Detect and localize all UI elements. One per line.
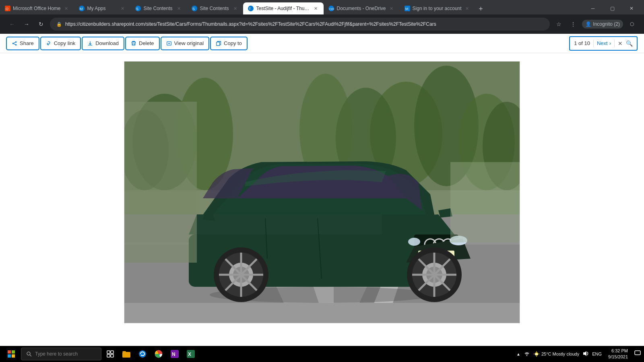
weather-widget[interactable]: 25°C Mostly cloudy	[533, 351, 579, 357]
svg-point-14	[15, 41, 17, 43]
edge-taskbar-button[interactable]	[135, 347, 150, 361]
svg-text:M: M	[405, 7, 409, 11]
tab-site-contents-1[interactable]: S Site Contents ✕	[130, 2, 187, 14]
notification-icon	[634, 350, 641, 357]
svg-text:N: N	[172, 352, 175, 357]
tab-close-4[interactable]: ✕	[232, 5, 238, 12]
copy-link-button[interactable]: Copy link	[41, 37, 80, 50]
copy-link-icon	[46, 41, 52, 46]
onenote-icon: N	[171, 350, 179, 358]
close-window-button[interactable]: ✕	[622, 2, 641, 14]
show-hidden-icons-button[interactable]: ▲	[516, 352, 520, 356]
lock-icon: 🔒	[56, 22, 62, 27]
tab-site-contents-2[interactable]: S Site Contents ✕	[187, 2, 243, 14]
svg-point-48	[408, 238, 420, 246]
taskbar-search[interactable]: Type here to search	[21, 348, 101, 360]
tab-close-5[interactable]: ✕	[312, 5, 319, 12]
search-button[interactable]: 🔍	[626, 40, 633, 47]
next-label: Next	[597, 40, 608, 46]
volume-button[interactable]	[582, 350, 589, 358]
bookmark-button[interactable]: ☆	[553, 19, 564, 30]
reload-button[interactable]: ↻	[35, 19, 47, 30]
tab-favicon-4: S	[192, 6, 197, 11]
network-icon[interactable]	[524, 350, 530, 358]
tab-title-3: Site Contents	[143, 6, 173, 11]
time-display: 6:32 PM	[608, 348, 628, 354]
tab-testsite-thumbnails[interactable]: T TestSite - Audijfif - Thumbnails ✕	[243, 2, 324, 14]
svg-point-15	[12, 43, 14, 44]
svg-line-74	[30, 355, 31, 356]
tab-bar: O Microsoft Office Home ✕ M My Apps ✕ S …	[0, 0, 644, 14]
back-button[interactable]: ←	[6, 19, 18, 30]
chrome-icon	[155, 350, 163, 358]
wifi-icon	[524, 350, 530, 357]
tab-onedrive[interactable]: OD Documents - OneDrive ✕	[324, 2, 399, 14]
edge-icon	[138, 350, 147, 358]
copy-to-button[interactable]: Copy to	[211, 37, 247, 50]
browser-chrome: O Microsoft Office Home ✕ M My Apps ✕ S …	[0, 0, 644, 34]
system-tray: ▲ 25°C Mostly cloudy	[516, 348, 641, 360]
svg-rect-69	[8, 350, 11, 354]
svg-text:S: S	[136, 7, 138, 11]
counter-text: 1 of 10	[574, 40, 590, 46]
file-explorer-taskbar-button[interactable]	[119, 347, 134, 361]
tab-close-7[interactable]: ✕	[464, 5, 471, 12]
svg-rect-72	[12, 354, 15, 358]
onenote-taskbar-button[interactable]: N	[167, 347, 182, 361]
view-original-icon	[166, 41, 172, 46]
svg-text:M: M	[80, 7, 83, 11]
profile-button[interactable]: 👤 Incognito (2)	[582, 20, 623, 29]
restore-button[interactable]: ▢	[603, 2, 621, 14]
task-view-button[interactable]	[103, 347, 118, 361]
svg-rect-71	[8, 354, 11, 358]
svg-rect-79	[122, 352, 130, 358]
tab-close-1[interactable]: ✕	[63, 5, 69, 12]
tab-title-7: Sign in to your account	[413, 6, 462, 11]
svg-text:OD: OD	[329, 7, 334, 11]
tab-sign-in[interactable]: M Sign in to your account ✕	[400, 2, 475, 14]
tab-microsoft-office-home[interactable]: O Microsoft Office Home ✕	[0, 2, 74, 14]
nav-counter: 1 of 10 Next › ✕ 🔍	[569, 36, 638, 51]
download-button[interactable]: Download	[82, 37, 124, 50]
minimize-button[interactable]: ─	[584, 2, 602, 14]
excel-icon: X	[187, 350, 195, 358]
language-button[interactable]: ENG	[592, 352, 602, 356]
tab-favicon-1: O	[5, 6, 10, 11]
tab-close-2[interactable]: ✕	[119, 5, 126, 12]
browser-menu-button[interactable]: ⋮	[568, 19, 579, 30]
tab-favicon-5: T	[248, 6, 254, 11]
tab-close-3[interactable]: ✕	[175, 5, 182, 12]
svg-text:S: S	[192, 7, 195, 11]
task-view-icon	[107, 350, 114, 358]
svg-rect-70	[12, 350, 15, 354]
svg-rect-93	[635, 351, 640, 355]
close-preview-button[interactable]: ✕	[618, 40, 623, 47]
view-original-button[interactable]: View original	[161, 37, 209, 50]
svg-line-17	[14, 42, 15, 43]
counter-divider	[593, 39, 594, 47]
share-button[interactable]: Share	[6, 37, 39, 50]
taskbar: Type here to search	[0, 346, 644, 362]
notification-center-button[interactable]	[634, 350, 641, 358]
forward-button[interactable]: →	[21, 19, 32, 30]
svg-rect-78	[111, 354, 114, 357]
profile-icon: 👤	[585, 21, 591, 27]
tab-close-6[interactable]: ✕	[388, 5, 395, 12]
system-clock[interactable]: 6:32 PM 9/15/2021	[605, 348, 631, 360]
tab-favicon-3: S	[135, 6, 141, 11]
svg-rect-20	[217, 42, 220, 45]
start-button[interactable]	[3, 346, 19, 362]
tab-my-apps[interactable]: M My Apps ✕	[74, 2, 130, 14]
address-bar: ← → ↻ 🔒 https://citizenbuilders.sharepoi…	[0, 14, 644, 34]
next-button[interactable]: Next ›	[597, 40, 611, 46]
excel-taskbar-button[interactable]: X	[184, 347, 198, 361]
profile-label: Incognito (2)	[593, 21, 620, 27]
tab-title-1: Microsoft Office Home	[13, 6, 60, 11]
delete-button[interactable]: Delete	[126, 37, 159, 50]
chrome-taskbar-button[interactable]	[151, 347, 166, 361]
url-bar[interactable]: 🔒 https://citizenbuilders.sharepoint.com…	[50, 18, 550, 31]
extensions-button[interactable]: ⬡	[626, 19, 638, 30]
svg-text:X: X	[188, 352, 191, 357]
new-tab-button[interactable]: +	[475, 3, 487, 14]
svg-rect-68	[450, 162, 520, 243]
